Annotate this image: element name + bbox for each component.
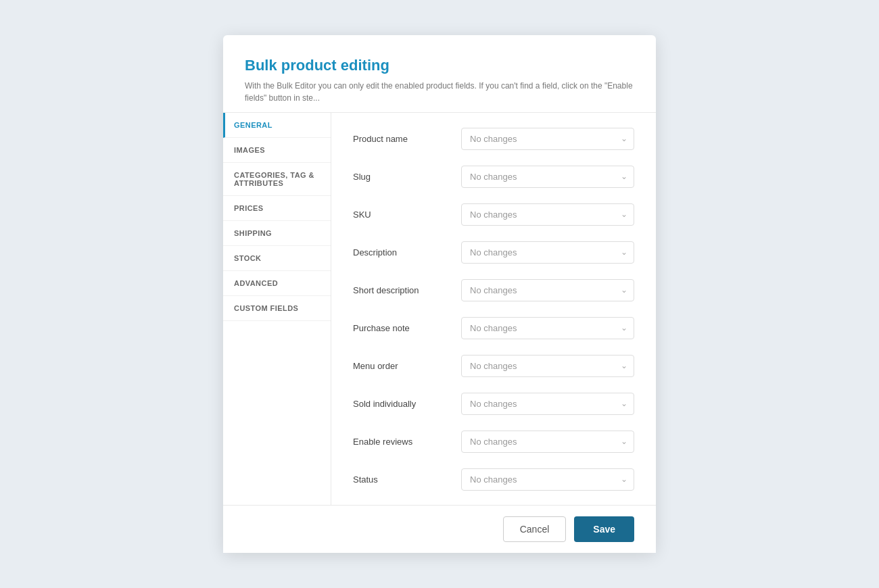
field-label-purchase-note: Purchase note (353, 323, 461, 333)
save-button[interactable]: Save (574, 516, 634, 542)
select-wrapper-product-name: No changes⌄ (461, 128, 634, 150)
modal-body: GENERALIMAGESCATEGORIES, TAG & ATTRIBUTE… (223, 112, 656, 505)
sidebar: GENERALIMAGESCATEGORIES, TAG & ATTRIBUTE… (223, 113, 331, 505)
select-wrapper-short-description: No changes⌄ (461, 279, 634, 301)
select-slug[interactable]: No changes (461, 166, 634, 188)
cancel-button[interactable]: Cancel (503, 516, 567, 542)
sidebar-item-categories[interactable]: CATEGORIES, TAG & ATTRIBUTES (223, 163, 331, 196)
select-product-name[interactable]: No changes (461, 128, 634, 150)
select-sku[interactable]: No changes (461, 203, 634, 226)
sidebar-item-shipping[interactable]: SHIPPING (223, 221, 331, 246)
field-row-sold-individually: Sold individuallyNo changes⌄ (353, 389, 634, 418)
modal-header: Bulk product editing With the Bulk Edito… (223, 57, 656, 112)
select-enable-reviews[interactable]: No changes (461, 431, 634, 453)
field-row-enable-reviews: Enable reviewsNo changes⌄ (353, 426, 634, 456)
field-label-status: Status (353, 474, 461, 485)
select-wrapper-sold-individually: No changes⌄ (461, 393, 634, 415)
field-label-short-description: Short description (353, 285, 461, 295)
field-label-menu-order: Menu order (353, 361, 461, 371)
field-label-enable-reviews: Enable reviews (353, 437, 461, 447)
select-wrapper-status: No changes⌄ (461, 468, 634, 491)
select-purchase-note[interactable]: No changes (461, 317, 634, 339)
select-description[interactable]: No changes (461, 241, 634, 264)
field-row-purchase-note: Purchase noteNo changes⌄ (353, 313, 634, 343)
sidebar-item-advanced[interactable]: ADVANCED (223, 271, 331, 296)
sidebar-item-stock[interactable]: STOCK (223, 246, 331, 271)
select-wrapper-slug: No changes⌄ (461, 166, 634, 188)
modal-footer: Cancel Save (223, 505, 656, 553)
field-label-sku: SKU (353, 210, 461, 220)
bulk-edit-modal: Bulk product editing With the Bulk Edito… (223, 35, 656, 553)
field-label-slug: Slug (353, 172, 461, 182)
field-row-product-name: Product nameNo changes⌄ (353, 124, 634, 153)
field-row-menu-order: Menu orderNo changes⌄ (353, 351, 634, 381)
field-row-description: DescriptionNo changes⌄ (353, 237, 634, 267)
sidebar-item-prices[interactable]: PRICES (223, 196, 331, 221)
select-sold-individually[interactable]: No changes (461, 393, 634, 415)
select-short-description[interactable]: No changes (461, 279, 634, 301)
field-row-sku: SKUNo changes⌄ (353, 199, 634, 229)
modal-subtitle: With the Bulk Editor you can only edit t… (245, 80, 634, 104)
field-label-description: Description (353, 247, 461, 258)
select-menu-order[interactable]: No changes (461, 355, 634, 377)
select-status[interactable]: No changes (461, 468, 634, 491)
field-label-product-name: Product name (353, 134, 461, 144)
sidebar-item-images[interactable]: IMAGES (223, 138, 331, 163)
field-row-slug: SlugNo changes⌄ (353, 162, 634, 191)
select-wrapper-sku: No changes⌄ (461, 203, 634, 226)
select-wrapper-enable-reviews: No changes⌄ (461, 431, 634, 453)
select-wrapper-purchase-note: No changes⌄ (461, 317, 634, 339)
select-wrapper-menu-order: No changes⌄ (461, 355, 634, 377)
select-wrapper-description: No changes⌄ (461, 241, 634, 264)
sidebar-item-custom-fields[interactable]: CUSTOM FIELDS (223, 296, 331, 321)
content-area: Product nameNo changes⌄SlugNo changes⌄SK… (331, 113, 656, 505)
modal-title: Bulk product editing (245, 57, 634, 74)
field-row-short-description: Short descriptionNo changes⌄ (353, 275, 634, 305)
field-label-sold-individually: Sold individually (353, 399, 461, 409)
sidebar-item-general[interactable]: GENERAL (223, 113, 331, 138)
field-row-status: StatusNo changes⌄ (353, 464, 634, 494)
